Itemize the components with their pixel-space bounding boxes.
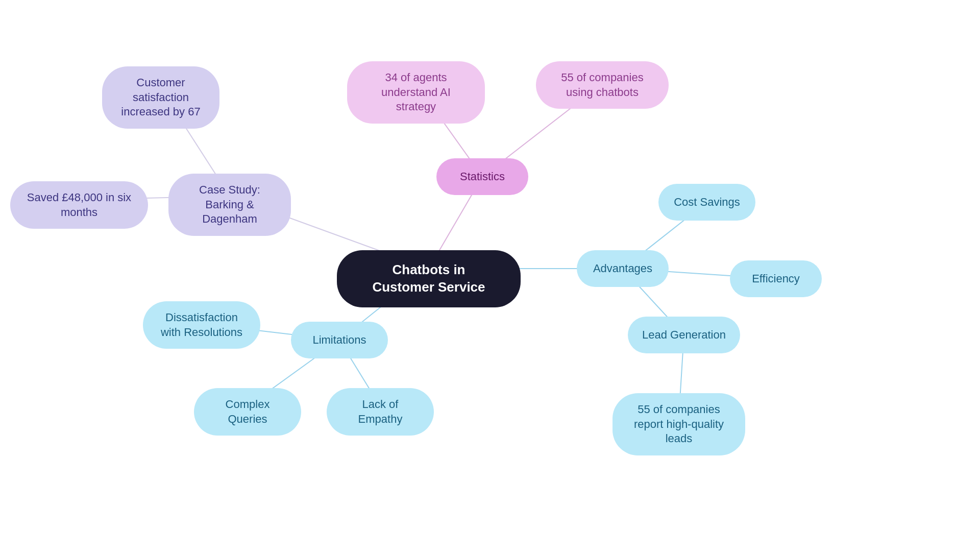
companies-chatbots-label: 55 of companies using chatbots xyxy=(550,70,654,100)
dissatisfaction-label: Dissatisfaction with Resolutions xyxy=(157,310,246,340)
companies-chatbots-node: 55 of companies using chatbots xyxy=(536,61,669,109)
limitations-node: Limitations xyxy=(291,322,388,358)
center-node: Chatbots in Customer Service xyxy=(337,250,521,307)
cost-savings-node: Cost Savings xyxy=(658,184,755,221)
complex-queries-node: Complex Queries xyxy=(194,388,301,436)
lead-generation-node: Lead Generation xyxy=(628,317,740,353)
lead-generation-label: Lead Generation xyxy=(642,328,726,343)
lack-empathy-node: Lack of Empathy xyxy=(327,388,434,436)
complex-queries-label: Complex Queries xyxy=(208,397,287,426)
agents-ai-node: 34 of agents understand AI strategy xyxy=(347,61,485,124)
efficiency-node: Efficiency xyxy=(730,260,822,297)
lack-empathy-label: Lack of Empathy xyxy=(341,397,420,426)
customer-satisfaction-label: Customer satisfaction increased by 67 xyxy=(116,76,205,119)
case-study-node: Case Study: Barking & Dagenham xyxy=(168,174,291,236)
center-label: Chatbots in Customer Service xyxy=(361,261,496,296)
high-quality-leads-node: 55 of companies report high-quality lead… xyxy=(612,393,745,455)
high-quality-leads-label: 55 of companies report high-quality lead… xyxy=(627,402,731,446)
efficiency-label: Efficiency xyxy=(752,272,800,286)
agents-ai-label: 34 of agents understand AI strategy xyxy=(361,70,471,114)
statistics-node: Statistics xyxy=(436,158,528,195)
saved-label: Saved £48,000 in six months xyxy=(24,190,134,220)
customer-satisfaction-node: Customer satisfaction increased by 67 xyxy=(102,66,219,129)
statistics-label: Statistics xyxy=(460,170,505,184)
case-study-label: Case Study: Barking & Dagenham xyxy=(183,183,277,227)
saved-node: Saved £48,000 in six months xyxy=(10,181,148,229)
limitations-label: Limitations xyxy=(312,333,366,348)
advantages-label: Advantages xyxy=(593,261,652,276)
advantages-node: Advantages xyxy=(577,250,669,287)
cost-savings-label: Cost Savings xyxy=(674,195,740,210)
mindmap-container: Chatbots in Customer Service Case Study:… xyxy=(0,0,980,553)
dissatisfaction-node: Dissatisfaction with Resolutions xyxy=(143,301,260,349)
